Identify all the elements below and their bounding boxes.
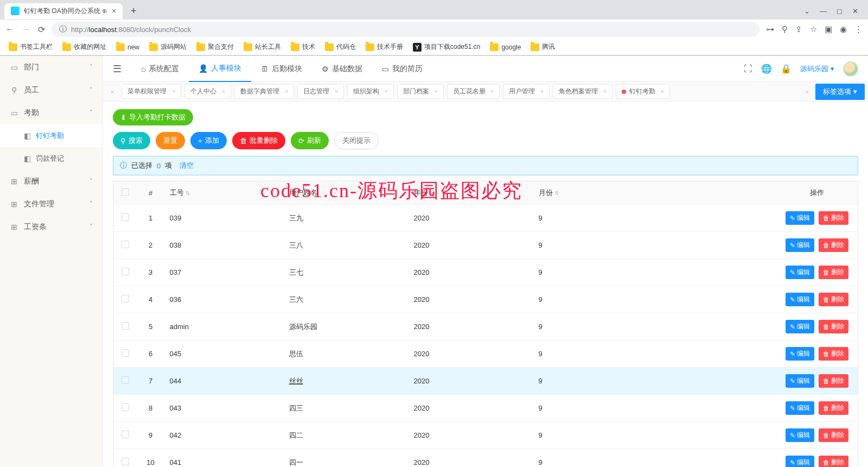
search-icon[interactable]: ⚲ <box>782 24 788 34</box>
edit-button[interactable]: ✎ 编辑 <box>786 428 814 442</box>
forward-icon[interactable]: → <box>22 24 30 34</box>
select-all-checkbox[interactable] <box>122 188 129 196</box>
close-icon[interactable]: × <box>172 89 175 94</box>
delete-button[interactable]: 🗑 删除 <box>819 374 848 388</box>
globe-icon[interactable]: 🌐 <box>761 64 772 74</box>
delete-button[interactable]: 🗑 删除 <box>819 401 848 415</box>
close-icon[interactable]: × <box>106 89 118 95</box>
sidebar-item[interactable]: ⊞薪酬˅ <box>0 170 103 193</box>
sidebar-item[interactable]: ⊞工资条˅ <box>0 216 103 238</box>
user-dropdown[interactable]: 源码乐园 ▾ <box>800 64 834 74</box>
sidebar-subitem[interactable]: ◧罚款登记 <box>0 147 103 170</box>
delete-button[interactable]: 🗑 删除 <box>819 211 848 225</box>
col-index[interactable]: # <box>137 181 164 205</box>
top-menu-item[interactable]: 🗓后勤模块 <box>251 56 312 82</box>
edit-button[interactable]: ✎ 编辑 <box>786 320 814 333</box>
edit-button[interactable]: ✎ 编辑 <box>786 238 814 252</box>
bookmark-item[interactable]: google <box>487 42 524 53</box>
reset-button[interactable]: 重置 <box>156 132 185 149</box>
top-menu-item[interactable]: ⌂系统配置 <box>131 56 189 82</box>
bookmark-item[interactable]: 站长工具 <box>240 41 284 53</box>
bookmark-item[interactable]: 收藏的网址 <box>59 41 110 53</box>
edit-button[interactable]: ✎ 编辑 <box>786 266 814 279</box>
new-tab-button[interactable]: + <box>127 5 140 17</box>
edit-button[interactable]: ✎ 编辑 <box>786 347 814 361</box>
bookmark-item[interactable]: 聚合支付 <box>193 41 237 53</box>
col-month[interactable]: 月份⇅ <box>533 181 777 205</box>
close-tip-button[interactable]: 关闭提示 <box>334 132 379 149</box>
fullscreen-icon[interactable]: ⛶ <box>744 64 752 74</box>
menu-icon[interactable]: ⋮ <box>854 24 863 34</box>
page-tab[interactable]: 角色档案管理× <box>553 84 612 99</box>
delete-button[interactable]: 🗑 删除 <box>819 293 848 306</box>
delete-button[interactable]: 🗑 删除 <box>819 347 848 361</box>
sidebar-item[interactable]: ⚲员工˅ <box>0 79 103 102</box>
row-checkbox[interactable] <box>122 268 129 275</box>
page-tab[interactable]: 部门档案× <box>397 84 444 99</box>
profile-icon[interactable]: ◉ <box>840 24 847 34</box>
bookmark-item[interactable]: 源码网站 <box>146 41 190 53</box>
delete-button[interactable]: 🗑 删除 <box>819 428 848 442</box>
maximize-icon[interactable]: ◻ <box>837 7 843 15</box>
page-tab[interactable]: 用户管理× <box>503 84 550 99</box>
edit-button[interactable]: ✎ 编辑 <box>786 456 814 467</box>
bookmark-item[interactable]: 代码仓 <box>322 41 359 53</box>
row-checkbox[interactable] <box>122 431 129 438</box>
clear-selection-link[interactable]: 清空 <box>180 161 194 171</box>
star-icon[interactable]: ☆ <box>810 24 817 34</box>
delete-button[interactable]: 🗑 删除 <box>819 456 848 467</box>
row-checkbox[interactable] <box>122 458 129 465</box>
close-icon[interactable]: × <box>112 7 116 15</box>
bookmark-item[interactable]: 腾讯 <box>527 41 558 53</box>
batch-delete-button[interactable]: 🗑批量删除 <box>232 132 285 149</box>
edit-button[interactable]: ✎ 编辑 <box>786 401 814 415</box>
site-info-icon[interactable]: ⓘ <box>59 24 67 34</box>
col-year[interactable]: 年份⇅ <box>409 181 533 205</box>
search-button[interactable]: ⚲搜索 <box>113 132 150 149</box>
col-empno[interactable]: 工号⇅ <box>164 181 284 205</box>
row-checkbox[interactable] <box>122 349 129 357</box>
close-icon[interactable]: × <box>802 89 812 95</box>
edit-button[interactable]: ✎ 编辑 <box>786 211 814 225</box>
import-button[interactable]: ⬇导入考勤打卡数据 <box>113 109 193 125</box>
bookmark-item[interactable]: 书签工具栏 <box>5 41 56 53</box>
tag-options-button[interactable]: 标签选项▾ <box>815 84 865 100</box>
page-tab[interactable]: 个人中心× <box>184 84 231 99</box>
close-icon[interactable]: × <box>335 89 338 94</box>
close-window-icon[interactable]: ✕ <box>852 7 858 15</box>
bookmark-item[interactable]: 技术手册 <box>362 41 406 53</box>
avatar[interactable] <box>843 61 858 77</box>
key-icon[interactable]: ⊶ <box>766 24 774 34</box>
row-checkbox[interactable] <box>122 322 129 330</box>
browser-tab[interactable]: 钉钉考勤 OA协同办公系统 ⊕ × <box>4 3 123 19</box>
row-checkbox[interactable] <box>122 213 129 221</box>
top-menu-item[interactable]: 👤人事模块 <box>189 56 251 82</box>
delete-button[interactable]: 🗑 删除 <box>819 238 848 252</box>
page-tab[interactable]: 日志管理× <box>297 84 344 99</box>
row-checkbox[interactable] <box>122 295 129 302</box>
edit-button[interactable]: ✎ 编辑 <box>786 374 814 388</box>
sidebar-subitem[interactable]: ◧钉钉考勤 <box>0 124 103 147</box>
minimize-icon[interactable]: — <box>820 7 827 15</box>
page-tab[interactable]: 钉钉考勤× <box>616 84 670 99</box>
close-icon[interactable]: × <box>222 89 225 94</box>
row-checkbox[interactable] <box>122 376 129 384</box>
close-icon[interactable]: × <box>540 89 544 94</box>
extensions-icon[interactable]: ▣ <box>825 24 832 34</box>
sidebar-item[interactable]: ▭考勤˄ <box>0 102 103 124</box>
close-icon[interactable]: × <box>385 89 388 94</box>
page-tab[interactable]: 组织架构× <box>347 84 394 99</box>
lock-icon[interactable]: 🔒 <box>781 64 792 74</box>
bookmark-item[interactable]: 技术 <box>288 41 318 53</box>
close-icon[interactable]: × <box>603 89 607 94</box>
reload-icon[interactable]: ⟳ <box>38 24 45 35</box>
close-icon[interactable]: × <box>285 89 288 94</box>
bookmark-item[interactable]: new <box>113 42 143 53</box>
refresh-button[interactable]: ⟳刷新 <box>291 132 329 149</box>
close-icon[interactable]: × <box>491 89 494 94</box>
chevron-down-icon[interactable]: ⌄ <box>804 7 810 15</box>
back-icon[interactable]: ← <box>5 24 14 34</box>
add-button[interactable]: +添加 <box>190 132 227 149</box>
page-tab[interactable]: 员工花名册× <box>447 84 500 99</box>
row-checkbox[interactable] <box>122 403 129 411</box>
